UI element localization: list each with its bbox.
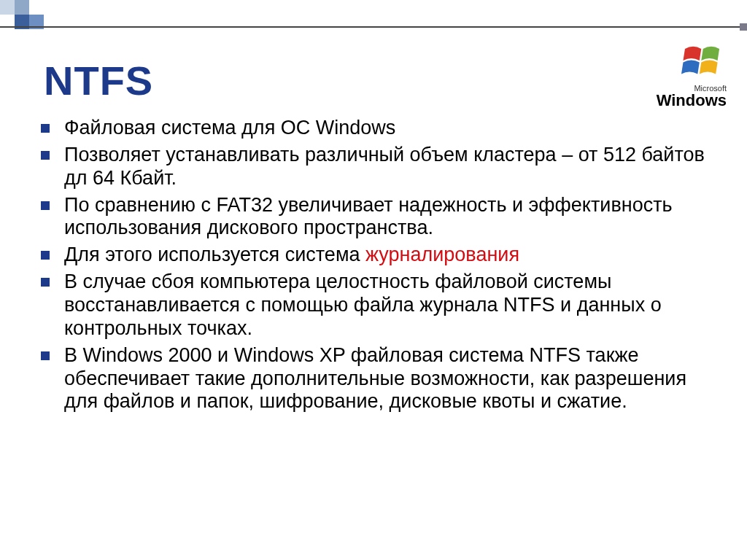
slide: NTFS Microsoft Windows Файловая система … — [0, 0, 747, 560]
top-divider — [0, 26, 747, 28]
deco-square — [15, 0, 29, 15]
list-item: По сравнению с FAT32 увеличивает надежно… — [41, 194, 708, 241]
corner-decoration — [0, 0, 88, 44]
list-item: Файловая система для ОС Windows — [41, 117, 708, 140]
divider-endcap — [740, 23, 747, 31]
slide-title: NTFS — [44, 57, 153, 104]
list-item-text: Для этого используется система — [64, 244, 365, 265]
content-area: Файловая система для ОС Windows Позволяе… — [41, 117, 708, 417]
list-item: Позволяет устанавливать различный объем … — [41, 144, 708, 190]
highlight-text: журналирования — [365, 244, 519, 265]
deco-square — [0, 0, 15, 15]
bullet-list: Файловая система для ОС Windows Позволяе… — [41, 117, 708, 413]
logo-title: Windows — [657, 93, 727, 109]
list-item: В Windows 2000 и Windows XP файловая сис… — [41, 344, 708, 414]
list-item: В случае сбоя компьютера целостность фай… — [41, 271, 708, 341]
windows-logo: Microsoft Windows — [657, 42, 727, 109]
windows-flag-icon — [681, 42, 727, 79]
list-item: Для этого используется система журналиро… — [41, 244, 708, 267]
